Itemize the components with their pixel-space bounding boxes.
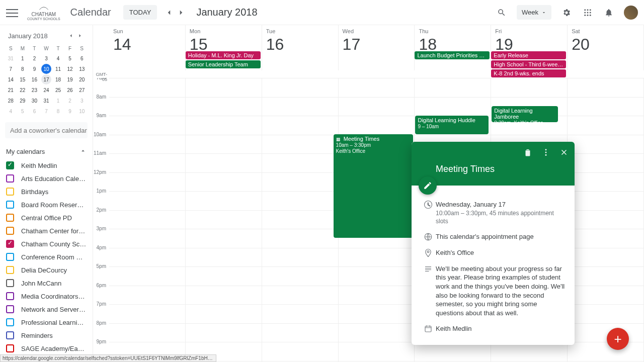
appointment-page-link[interactable]: This calendar's appointment page: [436, 232, 566, 241]
mini-day[interactable]: 6: [29, 106, 39, 116]
mini-day[interactable]: 19: [65, 74, 75, 84]
mini-day[interactable]: 29: [18, 96, 28, 106]
calendar-checkbox[interactable]: [6, 266, 14, 274]
calendar-checkbox[interactable]: [6, 331, 14, 339]
allday-chip[interactable]: Early Release: [491, 51, 566, 59]
mini-day[interactable]: 1: [53, 96, 63, 106]
day-header[interactable]: Fri19Early ReleaseHigh School - Third 6-…: [491, 25, 568, 70]
calendar-checkbox[interactable]: [6, 253, 14, 261]
calendar-checkbox[interactable]: [6, 174, 14, 183]
calendar-item[interactable]: Professional Learning Cen...: [5, 316, 88, 329]
calendar-checkbox[interactable]: [6, 305, 14, 313]
col-wed[interactable]: Meeting Times 10am – 3:30pm Keith's Offi…: [339, 78, 415, 362]
delete-icon[interactable]: [523, 148, 532, 159]
mini-day[interactable]: 25: [53, 85, 63, 95]
calendar-item[interactable]: Central Office PD: [5, 211, 88, 224]
mini-day[interactable]: 9: [65, 106, 75, 116]
account-avatar[interactable]: [624, 6, 638, 20]
calendar-item[interactable]: Delia DeCourcy: [5, 263, 88, 277]
mini-day[interactable]: 12: [65, 64, 75, 74]
mini-day[interactable]: 10: [77, 106, 87, 116]
mini-day[interactable]: 3: [77, 96, 87, 106]
mini-day[interactable]: 3: [41, 53, 51, 63]
day-header[interactable]: Wed17: [339, 25, 415, 70]
calendar-item[interactable]: Board Room Reservation ...: [5, 198, 88, 211]
mini-day[interactable]: 15: [18, 74, 28, 84]
col-sun[interactable]: [109, 78, 186, 362]
prev-week-button[interactable]: [163, 7, 175, 19]
calendar-item[interactable]: Chatham County School S...: [5, 237, 88, 250]
calendar-checkbox[interactable]: [6, 201, 14, 209]
calendar-item[interactable]: Birthdays: [5, 185, 88, 198]
mini-day[interactable]: 30: [29, 96, 39, 106]
mini-day[interactable]: 6: [77, 53, 87, 63]
mini-day[interactable]: 4: [53, 53, 63, 63]
calendar-checkbox[interactable]: [6, 318, 14, 326]
allday-chip[interactable]: High School - Third 6-week Ends (: [491, 60, 566, 68]
add-coworker-input[interactable]: [10, 127, 93, 134]
mini-day[interactable]: 31: [41, 96, 51, 106]
mini-day[interactable]: 22: [18, 85, 28, 95]
calendar-checkbox[interactable]: [6, 292, 14, 300]
mini-day[interactable]: 31: [6, 53, 16, 63]
edit-button[interactable]: [419, 176, 437, 195]
allday-chip[interactable]: Launch Budget Priorities Survey: [415, 51, 490, 59]
mini-day[interactable]: 9: [29, 64, 39, 74]
view-selector[interactable]: Week: [517, 5, 551, 20]
calendar-item[interactable]: Media Coordinators 2017-...: [5, 290, 88, 303]
calendar-item[interactable]: Keith Medlin: [5, 159, 88, 172]
mini-day[interactable]: 7: [41, 106, 51, 116]
mini-day[interactable]: 2: [65, 96, 75, 106]
apps-icon[interactable]: [582, 7, 594, 19]
mini-day[interactable]: 11: [53, 64, 63, 74]
mini-day[interactable]: 1: [18, 53, 28, 63]
mini-day[interactable]: 8: [18, 64, 28, 74]
mini-day[interactable]: 10: [41, 64, 51, 74]
calendar-item[interactable]: Conference Room Reserva...: [5, 250, 88, 263]
mini-day[interactable]: 21: [6, 85, 16, 95]
day-header[interactable]: Sun14: [109, 25, 186, 70]
calendar-checkbox[interactable]: [6, 214, 14, 222]
allday-chip[interactable]: Holiday - M.L. King Jr. Day: [186, 51, 261, 59]
search-icon[interactable]: [496, 7, 508, 19]
my-calendars-toggle[interactable]: My calendars: [5, 144, 88, 159]
settings-icon[interactable]: [560, 7, 573, 19]
calendar-checkbox[interactable]: [6, 161, 14, 169]
mini-day[interactable]: 2: [29, 53, 39, 63]
col-mon[interactable]: [186, 78, 262, 362]
event-jamboree[interactable]: Digital Learning Jamboree 8:30am, Keith'…: [492, 106, 558, 122]
mini-day[interactable]: 14: [6, 74, 16, 84]
day-header[interactable]: Sat20: [568, 25, 644, 70]
allday-chip[interactable]: Senior Leadership Team: [186, 60, 261, 68]
mini-day[interactable]: 26: [65, 85, 75, 95]
calendar-checkbox[interactable]: [6, 240, 14, 248]
mini-day[interactable]: 20: [77, 74, 87, 84]
mini-day[interactable]: 17: [41, 74, 51, 84]
mini-day[interactable]: 23: [29, 85, 39, 95]
mini-day[interactable]: 28: [6, 96, 16, 106]
day-header[interactable]: Tue16: [262, 25, 339, 70]
mini-cal-next[interactable]: [75, 31, 85, 40]
event-digital-huddle[interactable]: Digital Learning Huddle 9 – 10am: [415, 116, 489, 134]
allday-chip[interactable]: K-8 2nd 9-wks. ends: [491, 69, 566, 77]
more-icon[interactable]: [541, 148, 550, 159]
col-tue[interactable]: [262, 78, 339, 362]
mini-day[interactable]: 27: [77, 85, 87, 95]
close-icon[interactable]: [559, 148, 569, 159]
calendar-item[interactable]: Arts Education Calendar: [5, 172, 88, 185]
calendar-item[interactable]: SAGE Academy/Early Coll...: [5, 342, 88, 355]
mini-day[interactable]: 18: [53, 74, 63, 84]
calendar-item[interactable]: Network and Server Maint...: [5, 303, 88, 316]
event-meeting-times[interactable]: Meeting Times 10am – 3:30pm Keith's Offi…: [334, 134, 414, 238]
mini-day[interactable]: 8: [53, 106, 63, 116]
calendar-checkbox[interactable]: [6, 188, 14, 196]
next-week-button[interactable]: [175, 7, 187, 19]
mini-day[interactable]: 13: [77, 64, 87, 74]
calendar-checkbox[interactable]: [6, 227, 14, 235]
calendar-checkbox[interactable]: [6, 279, 14, 287]
mini-cal-prev[interactable]: [66, 31, 75, 40]
today-button[interactable]: TODAY: [123, 5, 157, 20]
mini-day[interactable]: 24: [41, 85, 51, 95]
mini-day[interactable]: 5: [18, 106, 28, 116]
mini-day[interactable]: 4: [6, 106, 16, 116]
